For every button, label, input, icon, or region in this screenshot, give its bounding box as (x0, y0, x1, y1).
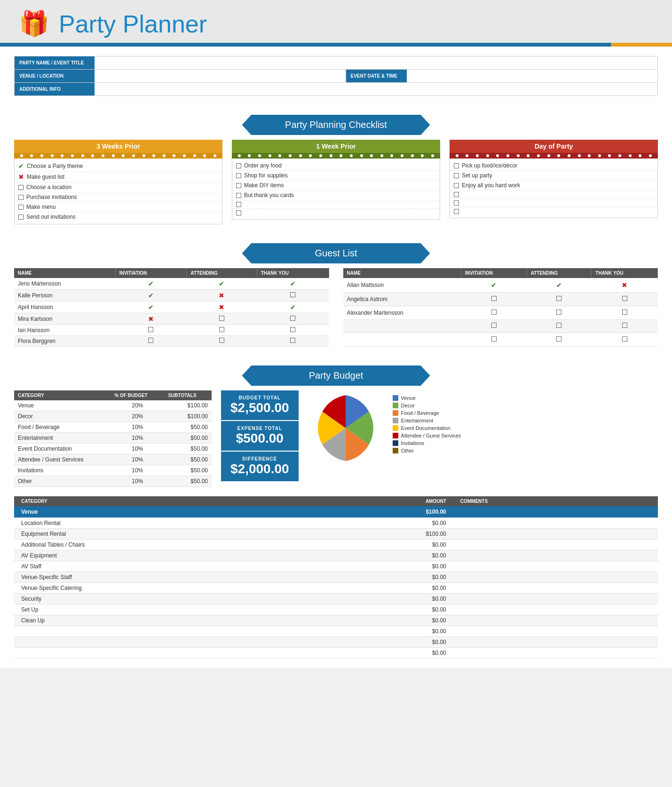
checklist-column: 1 Week Prior Order any food Shop for sup… (232, 140, 440, 224)
expense-item-name: Set Up (14, 604, 397, 615)
budget-subtotal: $50.00 (164, 465, 212, 476)
expense-item-comments (453, 637, 658, 648)
budget-legend: Venue Decor Food / Beverage Entertainmen… (393, 395, 461, 453)
budget-row: Decor 20% $100.00 (14, 411, 212, 422)
budget-row: Food / Beverage 10% $50.00 (14, 422, 212, 433)
expense-item-name: Venue-Specific Staff (14, 572, 397, 583)
guest-thankyou (257, 313, 329, 325)
party-name-input[interactable] (95, 56, 657, 69)
legend-color (393, 448, 398, 453)
legend-item: Entertainment (393, 418, 461, 423)
checklist-item: But thank you cards (232, 191, 440, 200)
guest-attending (527, 293, 592, 306)
budget-main: CATEGORY % OF BUDGET SUBTOTALS Venue 20%… (14, 390, 658, 487)
legend-item: Food / Beverage (393, 410, 461, 416)
checklist-item (450, 207, 657, 215)
info-grid: PARTY NAME / EVENT TITLE VENUE / LOCATIO… (14, 56, 658, 96)
expense-item-amount: $0.00 (397, 583, 453, 594)
checklist-item: Set up party (450, 171, 657, 181)
budget-percent: 10% (111, 444, 164, 454)
guest-col-attending: ATTENDING (527, 268, 592, 278)
additional-row: ADDITIONAL INFO (15, 83, 657, 95)
guest-thankyou: ✖ (592, 278, 658, 293)
budget-subtotal: $50.00 (164, 444, 212, 454)
checklist-item-text: Purchase invitations (26, 194, 77, 200)
guest-invitation: ✔ (115, 278, 187, 290)
budget-section: CATEGORY % OF BUDGET SUBTOTALS Venue 20%… (0, 390, 672, 668)
budget-col-percent: % OF BUDGET (111, 390, 164, 400)
guest-section: NAME INVITIATION ATTENDING THANK YOU Jen… (0, 268, 672, 356)
expense-item-name: AV Staff (14, 561, 397, 572)
guest-col-thankyou: THANK YOU (257, 268, 329, 278)
event-date-input[interactable] (407, 70, 658, 82)
expense-item-comments (453, 540, 658, 550)
expense-item-comments (453, 615, 658, 626)
guest-row (343, 333, 658, 347)
guest-invitation (461, 333, 527, 347)
event-date-label: EVENT DATE & TIME (346, 70, 407, 82)
app-icon: 🎁 (19, 9, 49, 38)
expense-item-row: AV Staff $0.00 (14, 561, 658, 572)
budget-row: Event Documentation 10% $50.00 (14, 444, 212, 454)
expense-item-name: Location Rental (14, 518, 397, 529)
expense-category-comments (453, 506, 658, 518)
expense-item-comments (453, 529, 658, 540)
legend-color (393, 425, 398, 431)
checklist-item (450, 191, 657, 199)
budget-percent: 20% (111, 411, 164, 422)
checklist-item: Enjoy all you hard work (450, 181, 657, 191)
guest-name: Jens Martensson (14, 278, 115, 290)
legend-label: Attendee / Guest Services (401, 433, 461, 438)
legend-color (393, 403, 398, 408)
expense-item-amount: $0.00 (397, 648, 453, 659)
header-bar (0, 43, 672, 47)
legend-color (393, 410, 398, 416)
expense-item-comments (453, 583, 658, 594)
venue-input[interactable] (95, 70, 346, 82)
checklist-banner-wrap: Party Planning Checklist (0, 105, 672, 140)
budget-total-label: BUDGET TOTAL (230, 395, 289, 400)
expense-item-name: Equipment Rental (14, 529, 397, 540)
budget-subtotal: $50.00 (164, 422, 212, 433)
budget-percent: 10% (111, 465, 164, 476)
guest-row: April Hansson ✔ ✖ ✔ (14, 302, 329, 313)
legend-item: Invitations (393, 440, 461, 446)
venue-split: EVENT DATE & TIME (95, 70, 657, 82)
legend-color (393, 440, 398, 446)
budget-category: Attendee / Guest Services (14, 454, 111, 465)
guest-invitation: ✔ (115, 302, 187, 313)
expense-item-amount: $0.00 (397, 572, 453, 583)
budget-category: Other (14, 476, 111, 487)
legend-label: Invitations (401, 440, 425, 446)
guest-name (343, 319, 461, 333)
expense-item-row: Venue-Specific Catering $0.00 (14, 583, 658, 594)
expense-item-row: Security $0.00 (14, 594, 658, 604)
guest-invitation (115, 336, 187, 347)
header-bar-blue (0, 43, 611, 47)
guest-attending: ✔ (187, 278, 257, 290)
budget-percent: 20% (111, 400, 164, 411)
expense-item-comments (453, 594, 658, 604)
checklist-body: Pick up food/ice/décor Set up party Enjo… (450, 159, 658, 218)
app-title: Party Planner (59, 10, 207, 38)
guest-row: Flora Berggren (14, 336, 329, 347)
checklist-dots (14, 153, 222, 159)
budget-chart-area: Venue Decor Food / Beverage Entertainmen… (308, 390, 658, 466)
expense-category-amount: $100.00 (397, 506, 453, 518)
expense-item-name: Venue-Specific Catering (14, 583, 397, 594)
expense-total-value: $500.00 (230, 431, 289, 446)
checklist-item-text: Choose a Party theme (27, 163, 83, 169)
budget-row: Other 10% $50.00 (14, 476, 212, 487)
budget-category: Event Documentation (14, 444, 111, 454)
checklist-item-text: Make menu (26, 204, 56, 210)
checklist-item: Purchase invitations (15, 192, 222, 202)
budget-category: Venue (14, 400, 111, 411)
legend-color (393, 433, 398, 438)
expense-item-name: Clean Up (14, 615, 397, 626)
additional-input[interactable] (95, 83, 657, 95)
difference-value: $2,000.00 (230, 461, 289, 477)
guest-name: Angelica Astrom (343, 293, 461, 306)
guest-tables: NAME INVITIATION ATTENDING THANK YOU Jen… (14, 268, 658, 347)
expense-category-header-row: Venue $100.00 (14, 506, 658, 518)
checklist-item-text: Make guest list (27, 174, 64, 180)
